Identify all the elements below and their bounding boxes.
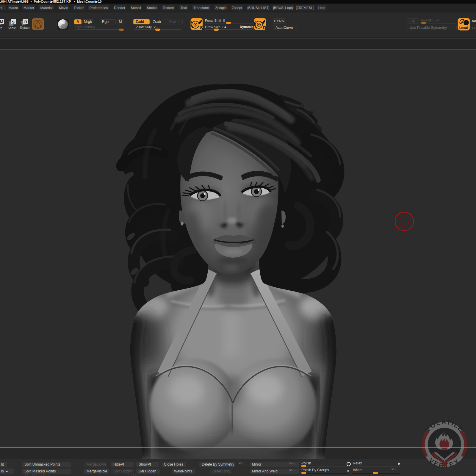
svg-text:VOLATILE: VOLATILE — [424, 418, 465, 433]
